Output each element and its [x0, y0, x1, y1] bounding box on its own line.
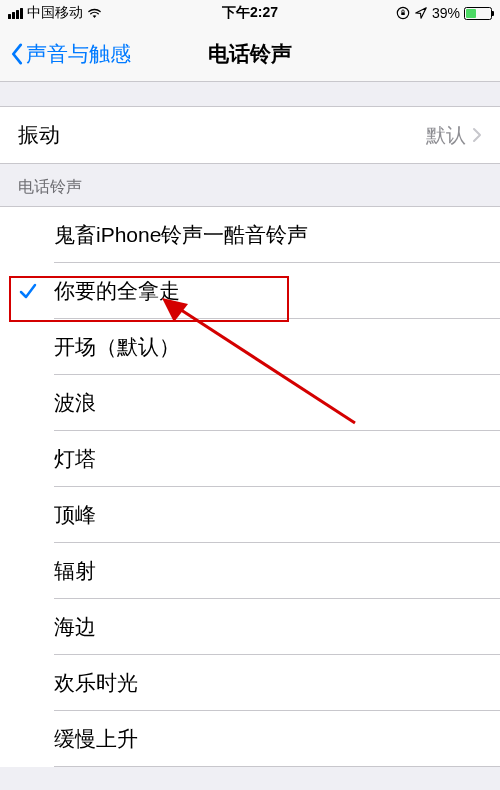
ringtone-row[interactable]: 海边 [0, 599, 500, 655]
battery-percent: 39% [432, 5, 460, 21]
wifi-icon [87, 7, 102, 19]
vibration-row[interactable]: 振动 默认 [0, 106, 500, 164]
ringtone-label: 开场（默认） [54, 333, 180, 361]
ringtone-label: 灯塔 [54, 445, 96, 473]
status-time: 下午2:27 [222, 4, 278, 22]
nav-bar: 声音与触感 电话铃声 [0, 26, 500, 82]
ringtone-row[interactable]: 欢乐时光 [0, 655, 500, 711]
ringtone-row[interactable]: 波浪 [0, 375, 500, 431]
status-right: 39% [396, 5, 492, 21]
status-bar: 中国移动 下午2:27 39% [0, 0, 500, 26]
ringtone-label: 鬼畜iPhone铃声一酷音铃声 [54, 221, 308, 249]
ringtone-label: 顶峰 [54, 501, 96, 529]
orientation-lock-icon [396, 6, 410, 20]
ringtone-list: 鬼畜iPhone铃声一酷音铃声你要的全拿走开场（默认）波浪灯塔顶峰辐射海边欢乐时… [0, 206, 500, 767]
ringtone-label: 缓慢上升 [54, 725, 138, 753]
vibration-value: 默认 [426, 122, 466, 149]
ringtone-label: 欢乐时光 [54, 669, 138, 697]
checkmark-icon [18, 281, 38, 301]
location-icon [414, 6, 428, 20]
back-button[interactable]: 声音与触感 [10, 40, 131, 68]
status-left: 中国移动 [8, 4, 102, 22]
ringtone-row[interactable]: 缓慢上升 [0, 711, 500, 767]
chevron-right-icon [472, 127, 482, 143]
battery-fill [466, 9, 476, 18]
ringtone-row[interactable]: 鬼畜iPhone铃声一酷音铃声 [0, 207, 500, 263]
chevron-left-icon [10, 43, 24, 65]
section-gap [0, 82, 500, 106]
ringtone-label: 波浪 [54, 389, 96, 417]
battery-icon [464, 7, 492, 20]
ringtone-row[interactable]: 灯塔 [0, 431, 500, 487]
separator [54, 766, 500, 767]
back-label: 声音与触感 [26, 40, 131, 68]
section-gap: 电话铃声 [0, 164, 500, 206]
svg-rect-1 [401, 12, 405, 15]
signal-icon [8, 8, 23, 19]
ringtone-row[interactable]: 你要的全拿走 [0, 263, 500, 319]
vibration-label: 振动 [18, 121, 60, 149]
vibration-value-group: 默认 [426, 122, 482, 149]
ringtone-row[interactable]: 顶峰 [0, 487, 500, 543]
section-header-ringtones: 电话铃声 [18, 177, 82, 198]
page-title: 电话铃声 [208, 40, 292, 68]
carrier-label: 中国移动 [27, 4, 83, 22]
ringtone-label: 辐射 [54, 557, 96, 585]
ringtone-row[interactable]: 辐射 [0, 543, 500, 599]
ringtone-label: 你要的全拿走 [54, 277, 180, 305]
ringtone-label: 海边 [54, 613, 96, 641]
ringtone-row[interactable]: 开场（默认） [0, 319, 500, 375]
